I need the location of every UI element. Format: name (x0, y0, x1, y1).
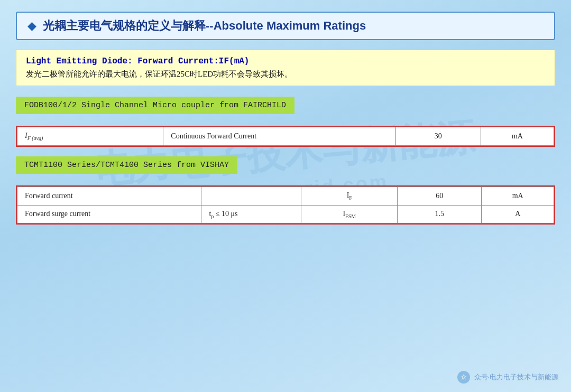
bottom-watermark: 众 众号·电力电子技术与新能源 (457, 371, 558, 384)
yellow-box-title: Light Emitting Diode: Forward Current:IF… (26, 57, 545, 66)
forward-current-param: Forward current (17, 186, 201, 205)
fodb-table-wrapper: IF (avg) Continuous Forward Current 30 m… (16, 126, 555, 147)
fodb-unit: mA (481, 127, 554, 146)
yellow-box-description: 发光二极管所能允许的最大电流，保证环温25C时LED功耗不会导致其损坏。 (26, 69, 545, 79)
surge-current-unit: A (482, 205, 554, 223)
diamond-icon: ◆ (27, 19, 36, 33)
fodb-label: FODB100/1/2 Single Channel Micro coupler… (16, 97, 294, 114)
table-row: IF (avg) Continuous Forward Current 30 m… (17, 127, 554, 146)
page-title: 光耦主要电气规格的定义与解释--Absolute Maximum Ratings (43, 18, 366, 34)
surge-current-symbol: IFSM (301, 205, 398, 223)
forward-current-symbol: IF (301, 186, 398, 205)
tcmt-table: Forward current IF 60 mA Forward surge c… (17, 186, 554, 224)
surge-current-param: Forward surge current (17, 205, 201, 223)
forward-current-condition (201, 186, 301, 205)
tcmt-section: TCMT1100 Series/TCMT4100 Series from VIS… (16, 156, 555, 225)
table-row: Forward current IF 60 mA (17, 186, 554, 205)
title-bar: ◆ 光耦主要电气规格的定义与解释--Absolute Maximum Ratin… (16, 12, 555, 40)
wechat-icon: 众 (457, 371, 470, 384)
forward-current-value: 60 (398, 186, 482, 205)
table-row: Forward surge current tp ≤ 10 μs IFSM 1.… (17, 205, 554, 223)
fodb-table: IF (avg) Continuous Forward Current 30 m… (17, 127, 554, 146)
bottom-watermark-text: 众号·电力电子技术与新能源 (474, 372, 558, 382)
surge-current-condition: tp ≤ 10 μs (201, 205, 301, 223)
fodb-section: FODB100/1/2 Single Channel Micro coupler… (16, 97, 555, 147)
surge-current-value: 1.5 (398, 205, 482, 223)
tcmt-table-wrapper: Forward current IF 60 mA Forward surge c… (16, 185, 555, 225)
forward-current-unit: mA (482, 186, 554, 205)
fodb-description: Continuous Forward Current (163, 127, 395, 146)
fodb-param: IF (avg) (17, 127, 163, 146)
yellow-description-box: Light Emitting Diode: Forward Current:IF… (16, 50, 555, 86)
fodb-value: 30 (395, 127, 481, 146)
tcmt-label: TCMT1100 Series/TCMT4100 Series from VIS… (16, 156, 237, 174)
